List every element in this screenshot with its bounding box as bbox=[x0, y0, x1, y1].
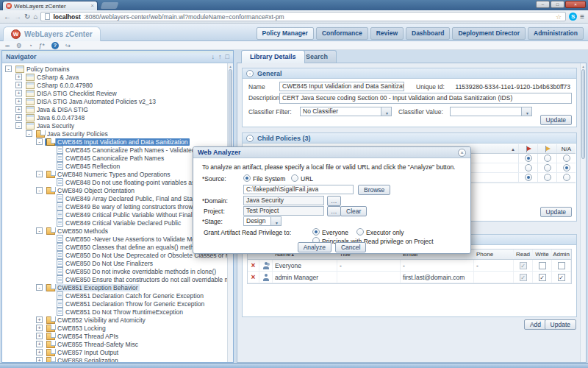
write-checkbox[interactable]: ✓ bbox=[539, 274, 546, 281]
write-checkbox[interactable] bbox=[539, 262, 546, 269]
child-policies-update-button[interactable]: Update bbox=[540, 207, 572, 217]
expander-icon[interactable]: + bbox=[36, 341, 43, 347]
permissions-update-button[interactable]: Update bbox=[545, 319, 576, 330]
delete-icon[interactable]: × bbox=[251, 273, 256, 281]
classifier-value-select[interactable]: ▼ bbox=[450, 107, 532, 116]
expander-icon[interactable]: + bbox=[36, 316, 43, 323]
tree-item[interactable]: +CWE857 Input Output bbox=[2, 348, 227, 356]
nav-tab-deployment-director[interactable]: Deployment Director bbox=[452, 27, 526, 40]
general-update-button[interactable]: Update bbox=[540, 115, 572, 125]
cancel-button[interactable]: Cancel bbox=[335, 242, 366, 252]
content-scrollbar-thumb[interactable] bbox=[581, 69, 585, 159]
severity-radio[interactable] bbox=[563, 164, 570, 171]
add-button[interactable]: Add bbox=[524, 319, 547, 330]
admin-checkbox[interactable]: ✓ bbox=[558, 274, 565, 281]
script-icon[interactable]: ƒ* bbox=[39, 42, 45, 49]
export-icon[interactable]: ↑ bbox=[218, 53, 222, 60]
expander-icon[interactable]: - bbox=[36, 187, 43, 194]
nav-tab-review[interactable]: Review bbox=[370, 27, 404, 40]
tab-library-details[interactable]: Library Details bbox=[241, 50, 305, 63]
tree-item[interactable]: +CSharp & Java bbox=[2, 73, 227, 81]
window-maximize-button[interactable]: □ bbox=[551, 1, 564, 8]
nav-tab-policy-manager[interactable]: Policy Manager bbox=[257, 27, 314, 40]
tree-item[interactable]: CWE850 Do not invoke overridable methods… bbox=[2, 267, 227, 275]
import-icon[interactable]: ↓ bbox=[212, 53, 215, 60]
tree-item[interactable]: +Java 6.0.0.47348 bbox=[2, 113, 227, 121]
nav-tab-administration[interactable]: Administration bbox=[528, 27, 584, 40]
nav-tab-dashboard[interactable]: Dashboard bbox=[406, 27, 450, 40]
tree-item[interactable]: CWE850 Do Not Use Finalizers bbox=[2, 259, 227, 267]
classifier-filter-select[interactable]: No Classifier ▼ bbox=[300, 107, 392, 116]
expander-icon[interactable]: - bbox=[36, 171, 43, 177]
expander-icon[interactable]: + bbox=[36, 349, 43, 355]
tree-item[interactable]: CWE851 Declaration Throw for Generic Exc… bbox=[2, 300, 227, 308]
link-icon[interactable]: ∞ bbox=[5, 42, 10, 49]
file-system-radio[interactable] bbox=[243, 174, 251, 182]
domain-input[interactable]: Java Security bbox=[243, 196, 324, 205]
dialog-close-icon[interactable]: × bbox=[458, 149, 466, 157]
forward-icon[interactable]: → bbox=[14, 13, 21, 21]
severity-radio[interactable] bbox=[563, 155, 570, 162]
tree-item[interactable]: -CWE845 Input Validation and Data Saniti… bbox=[2, 138, 227, 146]
address-bar[interactable]: localhost :8080/weblayers-center/web/mai… bbox=[40, 12, 566, 21]
window-minimize-button[interactable]: – bbox=[536, 1, 550, 8]
collapse-icon[interactable]: - bbox=[246, 135, 254, 142]
stage-select[interactable]: Design ▼ bbox=[243, 216, 282, 226]
scroll-up-icon[interactable]: ▴ bbox=[581, 63, 586, 69]
severity-radio[interactable] bbox=[525, 174, 532, 181]
severity-radio[interactable] bbox=[544, 155, 551, 162]
delete-icon[interactable]: × bbox=[251, 261, 256, 269]
expander-icon[interactable]: - bbox=[5, 66, 12, 72]
expander-icon[interactable]: + bbox=[15, 74, 22, 80]
bookmark-star-icon[interactable]: ☆ bbox=[556, 13, 562, 21]
project-picker-button[interactable]: … bbox=[327, 206, 341, 216]
expander-icon[interactable]: + bbox=[36, 325, 43, 331]
domain-picker-button[interactable]: … bbox=[327, 196, 341, 206]
skype-extension-icon[interactable]: S bbox=[569, 13, 577, 21]
expander-icon[interactable]: + bbox=[36, 357, 43, 362]
grant-executor-radio[interactable] bbox=[356, 228, 364, 236]
scroll-up-icon[interactable]: ▴ bbox=[228, 63, 233, 69]
expander-icon[interactable]: - bbox=[36, 138, 43, 145]
analyze-button[interactable]: Analyze bbox=[298, 242, 331, 252]
tree-item[interactable]: -Policy Domains bbox=[2, 65, 227, 73]
expander-icon[interactable]: + bbox=[15, 82, 22, 88]
help-icon[interactable]: ? bbox=[51, 42, 59, 49]
expander-icon[interactable]: - bbox=[36, 227, 43, 234]
severity-radio[interactable] bbox=[525, 164, 532, 171]
tree-item[interactable]: +CWE855 Thread-Safety Misc bbox=[2, 340, 227, 348]
refresh-icon[interactable]: ↻ bbox=[24, 13, 30, 21]
dialog-titlebar[interactable]: Web Analyzer × bbox=[193, 147, 470, 158]
expander-icon[interactable]: - bbox=[15, 122, 22, 129]
new-tab-button[interactable] bbox=[101, 2, 119, 9]
name-input[interactable]: CWE845 Input Validation and Data Sanitiz… bbox=[279, 82, 404, 91]
nav-tab-conformance[interactable]: Conformance bbox=[316, 27, 368, 40]
expander-icon[interactable]: + bbox=[36, 333, 43, 339]
severity-radio[interactable] bbox=[544, 174, 551, 181]
back-icon[interactable]: ← bbox=[4, 13, 11, 21]
tree-item[interactable]: CWE850 Ensure that constructors do not c… bbox=[2, 275, 227, 283]
severity-radio[interactable] bbox=[525, 155, 532, 162]
tree-item[interactable]: +CWE853 Locking bbox=[2, 324, 227, 332]
tree-item[interactable]: +DISA STIG Checklist Review bbox=[2, 89, 227, 97]
browse-button[interactable]: Browse bbox=[358, 185, 390, 195]
admin-checkbox[interactable] bbox=[558, 262, 565, 269]
severity-radio[interactable] bbox=[544, 164, 551, 171]
tree-item[interactable]: +CWE854 Thread APIs bbox=[2, 332, 227, 340]
clock-icon[interactable]: ◔ bbox=[29, 42, 32, 49]
tree-item[interactable]: +CWE858 Serialization bbox=[2, 356, 227, 362]
expander-icon[interactable]: + bbox=[15, 98, 22, 105]
home-icon[interactable]: ⌂ bbox=[33, 13, 37, 21]
content-scrollbar[interactable]: ▴ bbox=[580, 63, 586, 362]
expander-icon[interactable]: - bbox=[26, 130, 32, 137]
severity-radio[interactable] bbox=[563, 174, 570, 181]
clear-button[interactable]: Clear bbox=[340, 206, 367, 216]
tree-item[interactable]: +DISA STIG Java Automated Policies v2_13 bbox=[2, 97, 227, 105]
tree-item[interactable]: +CSharp 6.0.0.47980 bbox=[2, 81, 227, 89]
expander-icon[interactable]: + bbox=[15, 114, 22, 121]
browser-tab[interactable]: W WebLayers zCenter × bbox=[2, 1, 98, 10]
tree-item[interactable]: +CWE852 Visibility and Atomicity bbox=[2, 316, 227, 324]
file-path-input[interactable]: C:\fakepath\SigallFail.java bbox=[243, 185, 354, 194]
tree-item[interactable]: CWE851 Do Not Throw RuntimeException bbox=[2, 308, 227, 316]
expander-icon[interactable]: + bbox=[15, 90, 22, 96]
